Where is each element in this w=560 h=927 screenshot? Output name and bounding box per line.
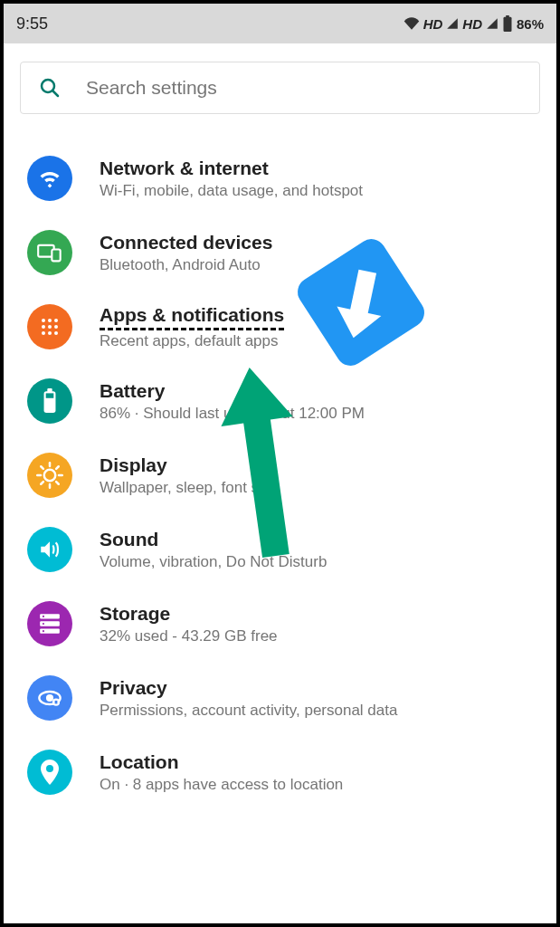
item-subtitle: Permissions, account activity, personal … <box>100 702 533 720</box>
display-icon <box>27 453 72 498</box>
settings-item-network[interactable]: Network & internet Wi-Fi, mobile, data u… <box>20 141 540 215</box>
item-title: Connected devices <box>100 231 533 254</box>
item-subtitle: Wi-Fi, mobile, data usage, and hotspot <box>100 182 533 200</box>
item-subtitle: Wallpaper, sleep, font size <box>100 479 533 497</box>
signal-icon-1 <box>446 17 459 30</box>
svg-line-26 <box>41 482 43 484</box>
search-settings[interactable]: Search settings <box>20 62 540 114</box>
item-subtitle: 32% used - 43.29 GB free <box>100 627 533 645</box>
signal-icon-2 <box>486 17 498 30</box>
svg-rect-18 <box>46 393 54 397</box>
search-icon <box>39 77 61 99</box>
svg-line-4 <box>53 91 59 97</box>
status-time: 9:55 <box>16 14 48 33</box>
location-icon <box>27 750 72 795</box>
sound-icon <box>27 527 72 572</box>
status-indicators: HD HD 86% <box>403 15 544 32</box>
settings-item-connected-devices[interactable]: Connected devices Bluetooth, Android Aut… <box>20 215 540 290</box>
item-subtitle: Volume, vibration, Do Not Disturb <box>100 553 533 571</box>
settings-item-location[interactable]: Location On · 8 apps have access to loca… <box>20 735 540 809</box>
svg-rect-6 <box>52 250 60 262</box>
svg-rect-17 <box>47 388 52 392</box>
item-title: Storage <box>100 602 533 626</box>
svg-rect-2 <box>505 20 510 31</box>
apps-icon <box>27 304 72 349</box>
item-subtitle: On · 8 apps have access to location <box>100 776 533 794</box>
svg-line-24 <box>41 466 43 469</box>
svg-point-33 <box>43 630 44 632</box>
settings-item-display[interactable]: Display Wallpaper, sleep, font size <box>20 438 540 512</box>
svg-point-12 <box>54 325 58 329</box>
settings-item-battery[interactable]: Battery 86% · Should last until about 12… <box>20 364 540 438</box>
battery-icon <box>27 378 72 424</box>
svg-line-25 <box>56 482 59 484</box>
status-hd2: HD <box>462 16 482 32</box>
status-battery-pct: 86% <box>517 16 544 32</box>
svg-point-7 <box>42 319 45 322</box>
svg-point-13 <box>42 331 45 335</box>
storage-icon <box>27 601 72 646</box>
svg-point-32 <box>43 623 44 625</box>
svg-rect-1 <box>506 15 509 18</box>
item-subtitle: Bluetooth, Android Auto <box>100 256 533 274</box>
svg-point-11 <box>48 325 52 329</box>
svg-point-15 <box>54 331 58 335</box>
item-subtitle: 86% · Should last until about 12:00 PM <box>100 405 533 423</box>
svg-point-31 <box>43 616 44 617</box>
status-bar: 9:55 HD HD 86% <box>4 4 556 43</box>
svg-line-27 <box>56 466 59 469</box>
battery-icon <box>502 15 513 32</box>
item-subtitle: Recent apps, default apps <box>100 332 533 350</box>
devices-icon <box>27 230 72 275</box>
item-title: Sound <box>100 528 533 551</box>
item-title: Apps & notifications <box>100 303 284 330</box>
item-title: Battery <box>100 379 533 403</box>
privacy-icon <box>27 675 72 721</box>
item-title: Network & internet <box>100 157 533 180</box>
settings-item-apps-notifications[interactable]: Apps & notifications Recent apps, defaul… <box>20 290 540 364</box>
svg-point-10 <box>42 325 45 329</box>
svg-point-19 <box>44 470 56 482</box>
svg-point-35 <box>46 694 53 702</box>
wifi-icon <box>403 17 420 30</box>
svg-point-9 <box>54 319 58 322</box>
search-placeholder: Search settings <box>86 77 217 99</box>
settings-item-privacy[interactable]: Privacy Permissions, account activity, p… <box>20 661 540 735</box>
svg-point-14 <box>48 331 52 335</box>
item-title: Display <box>100 454 533 477</box>
svg-rect-37 <box>55 701 58 704</box>
status-hd1: HD <box>423 16 443 32</box>
item-title: Privacy <box>100 676 533 700</box>
settings-item-storage[interactable]: Storage 32% used - 43.29 GB free <box>20 587 540 661</box>
svg-point-8 <box>48 319 52 322</box>
item-title: Location <box>100 750 533 774</box>
wifi-icon <box>27 156 72 201</box>
settings-item-sound[interactable]: Sound Volume, vibration, Do Not Disturb <box>20 512 540 587</box>
settings-screen: Search settings Network & internet Wi-Fi… <box>4 43 556 809</box>
svg-point-38 <box>46 765 53 772</box>
